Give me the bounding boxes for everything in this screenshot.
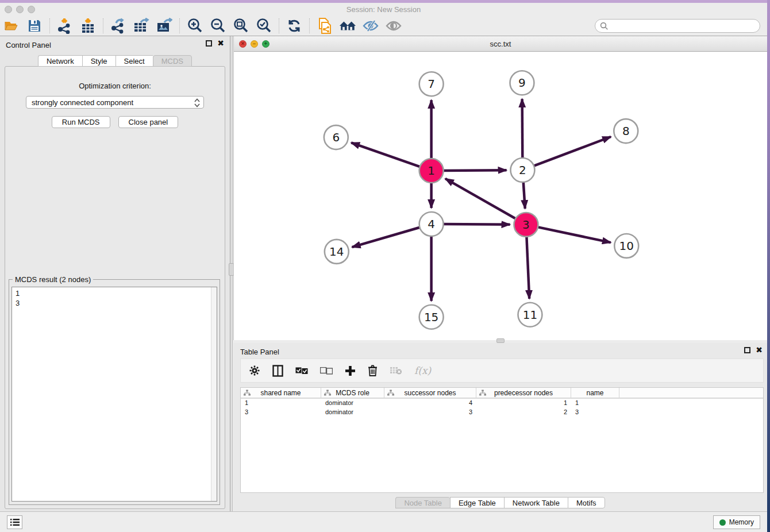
tab-network[interactable]: Network — [38, 55, 82, 67]
table-cell[interactable]: 2 — [476, 408, 571, 417]
graph-node-label-6: 6 — [332, 130, 340, 144]
gear-icon[interactable] — [249, 365, 260, 376]
close-table-panel-icon[interactable]: ✖ — [756, 347, 763, 353]
tab-motifs[interactable]: Motifs — [568, 497, 605, 508]
app-titlebar: Session: New Session — [0, 3, 767, 16]
show-graphics-icon[interactable] — [385, 18, 402, 34]
table-cell[interactable]: 3 — [241, 408, 321, 417]
task-history-button[interactable] — [7, 515, 22, 529]
refresh-icon[interactable] — [286, 18, 303, 34]
tab-mcds[interactable]: MCDS — [153, 55, 192, 67]
node-table[interactable]: shared nameMCDS rolesuccessor nodesprede… — [240, 387, 764, 493]
import-table-icon[interactable] — [79, 18, 97, 34]
table-toolbar: f(x) — [240, 358, 764, 383]
table-panel-tabs: Node TableEdge TableNetwork TableMotifs — [233, 497, 767, 508]
optimization-criterion-select[interactable]: strongly connected component — [26, 96, 204, 109]
column-header-name[interactable]: name — [571, 388, 619, 398]
toolbar-separator — [179, 18, 180, 33]
table-cell[interactable]: 1 — [571, 399, 619, 408]
close-panel-icon[interactable]: ✖ — [217, 40, 224, 47]
memory-button[interactable]: Memory — [713, 515, 760, 529]
table-cell[interactable]: dominator — [321, 408, 384, 417]
zoom-fit-icon[interactable] — [232, 18, 249, 34]
table-row[interactable]: 1dominator411 — [241, 399, 763, 408]
hide-graphics-icon[interactable] — [362, 18, 379, 34]
add-column-icon[interactable] — [345, 365, 356, 376]
edge-4-14[interactable] — [352, 227, 421, 247]
tab-network-table[interactable]: Network Table — [504, 497, 568, 508]
control-panel-tabs: NetworkStyleSelectMCDS — [0, 55, 230, 67]
mcds-result-box: MCDS result (2 nodes) 1 3 — [9, 279, 220, 505]
edge-4-3[interactable] — [442, 224, 510, 225]
table-cell[interactable]: 4 — [384, 399, 476, 408]
graph-node-label-14: 14 — [329, 245, 344, 259]
edge-3-11[interactable] — [526, 236, 529, 299]
mcds-result-text[interactable]: 1 3 — [11, 287, 217, 502]
tab-edge-table[interactable]: Edge Table — [450, 497, 504, 508]
export-image-icon[interactable] — [156, 18, 173, 34]
search-input[interactable] — [595, 19, 760, 33]
table-row[interactable]: 3dominator323 — [241, 408, 763, 417]
table-cell[interactable]: 1 — [241, 399, 321, 408]
network-window-titlebar[interactable]: ✕ − + scc.txt — [234, 36, 767, 52]
column-header-predecessor-nodes[interactable]: predecessor nodes — [476, 388, 571, 398]
run-mcds-button[interactable]: Run MCDS — [52, 116, 110, 128]
import-network-icon[interactable] — [56, 18, 74, 34]
columns-icon[interactable] — [272, 365, 283, 377]
export-network-icon[interactable] — [110, 18, 127, 34]
network-view-window: ✕ − + scc.txt 7968124314101511 — [233, 36, 767, 340]
tab-node-table[interactable]: Node Table — [395, 497, 450, 508]
open-session-icon[interactable] — [3, 18, 20, 34]
table-cell[interactable]: dominator — [321, 399, 384, 408]
float-panel-icon[interactable] — [206, 40, 212, 47]
column-header-MCDS-role[interactable]: MCDS role — [321, 388, 384, 398]
memory-status-icon — [719, 519, 726, 526]
edge-3-1[interactable] — [445, 179, 517, 219]
tab-style[interactable]: Style — [82, 55, 116, 67]
search-icon — [600, 22, 609, 30]
zoom-selected-icon[interactable] — [255, 18, 272, 34]
control-panel-title: Control Panel — [6, 41, 51, 49]
edge-2-3[interactable] — [523, 181, 525, 209]
result-scrollbar[interactable] — [211, 287, 217, 501]
optimization-criterion-label: Optimization criterion: — [5, 82, 225, 90]
table-header-row: shared nameMCDS rolesuccessor nodesprede… — [241, 388, 763, 399]
mcds-tab-content: Optimization criterion: strongly connect… — [5, 66, 225, 509]
graph-node-label-10: 10 — [619, 239, 634, 253]
edge-1-6[interactable] — [351, 142, 421, 167]
tab-select[interactable]: Select — [116, 55, 153, 67]
clone-network-icon[interactable] — [316, 18, 333, 34]
export-table-icon[interactable] — [133, 18, 150, 34]
deselect-all-icon[interactable] — [320, 367, 333, 375]
optimization-criterion-value: strongly connected component — [32, 98, 133, 107]
column-header-shared-name[interactable]: shared name — [241, 388, 321, 398]
graph-node-label-1: 1 — [428, 164, 435, 178]
delete-icon[interactable] — [368, 365, 378, 376]
network-canvas[interactable]: 7968124314101511 — [234, 52, 767, 340]
column-header-successor-nodes[interactable]: successor nodes — [384, 388, 476, 398]
graph-node-label-4: 4 — [428, 217, 435, 231]
status-bar: Memory — [0, 511, 767, 532]
horizontal-splitter-handle[interactable] — [496, 338, 505, 343]
graph-node-label-11: 11 — [523, 308, 537, 322]
home-icon[interactable] — [339, 18, 356, 34]
table-cell[interactable]: 1 — [476, 399, 571, 408]
table-cell[interactable]: 3 — [384, 408, 476, 417]
edge-3-10[interactable] — [537, 227, 611, 242]
memory-label: Memory — [729, 518, 754, 526]
table-panel-title: Table Panel — [240, 348, 279, 356]
function-builder-icon[interactable]: f(x) — [414, 365, 431, 376]
main-toolbar — [0, 16, 767, 36]
vertical-splitter[interactable] — [230, 36, 233, 511]
edge-2-8[interactable] — [533, 137, 611, 166]
close-panel-button[interactable]: Close panel — [118, 116, 179, 128]
float-table-panel-icon[interactable] — [744, 347, 750, 353]
delete-table-icon[interactable] — [390, 366, 402, 375]
save-session-icon[interactable] — [26, 18, 43, 34]
edge-1-2[interactable] — [442, 170, 507, 171]
table-cell[interactable]: 3 — [571, 408, 619, 417]
edge-2-9[interactable] — [522, 99, 523, 159]
zoom-out-icon[interactable] — [209, 18, 226, 34]
zoom-in-icon[interactable] — [186, 18, 203, 34]
select-all-icon[interactable] — [295, 367, 308, 375]
